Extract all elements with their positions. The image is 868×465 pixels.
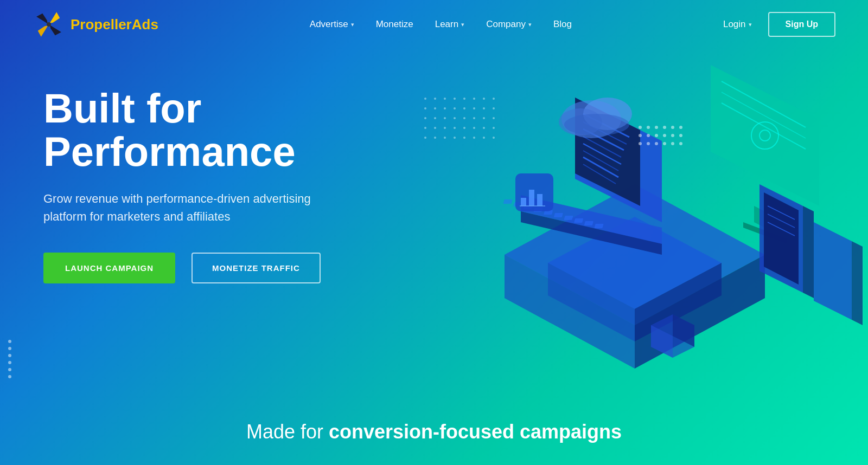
- chevron-down-icon: ▾: [749, 21, 752, 28]
- svg-point-63: [663, 126, 666, 129]
- svg-point-60: [639, 126, 642, 129]
- svg-point-70: [671, 134, 674, 137]
- logo-text: PropellerAds: [71, 16, 158, 33]
- svg-point-51: [564, 114, 629, 135]
- svg-point-64: [671, 126, 674, 129]
- svg-point-61: [647, 126, 650, 129]
- svg-point-62: [655, 126, 658, 129]
- logo[interactable]: PropellerAds: [33, 8, 158, 41]
- svg-point-0: [47, 22, 51, 27]
- svg-point-75: [663, 142, 666, 145]
- svg-rect-25: [564, 216, 573, 220]
- nav-link-blog[interactable]: Blog: [553, 19, 572, 30]
- hero-buttons: LAUNCH CAMPAIGN MONETIZE TRAFFIC: [43, 253, 321, 283]
- svg-point-68: [655, 134, 658, 137]
- chevron-down-icon: ▾: [461, 21, 464, 28]
- nav-links: Advertise ▾ Monetize Learn ▾ Company ▾: [310, 19, 572, 30]
- hero-content: Built for Performance Grow revenue with …: [43, 87, 321, 283]
- hero-subtitle: Grow revenue with performance-driven adv…: [43, 190, 321, 225]
- isometric-illustration: [418, 33, 868, 423]
- nav-link-monetize[interactable]: Monetize: [376, 19, 413, 30]
- nav-link-company[interactable]: Company ▾: [486, 19, 532, 30]
- hero-title: Built for Performance: [43, 87, 321, 173]
- hero-section: PropellerAds Advertise ▾ Monetize Learn …: [0, 0, 868, 465]
- signup-button[interactable]: Sign Up: [768, 12, 835, 37]
- svg-rect-27: [584, 221, 593, 225]
- svg-marker-44: [814, 222, 852, 320]
- svg-rect-24: [554, 213, 563, 217]
- svg-rect-26: [574, 218, 583, 223]
- svg-point-66: [639, 134, 642, 137]
- svg-point-76: [671, 142, 674, 145]
- svg-point-69: [663, 134, 666, 137]
- svg-point-74: [655, 142, 658, 145]
- svg-point-67: [647, 134, 650, 137]
- svg-rect-53: [521, 198, 526, 206]
- svg-point-73: [647, 142, 650, 145]
- svg-rect-28: [594, 224, 603, 228]
- svg-point-72: [639, 142, 642, 145]
- svg-point-77: [679, 142, 682, 145]
- launch-campaign-button[interactable]: LAUNCH CAMPAIGN: [43, 253, 175, 283]
- nav-link-advertise[interactable]: Advertise ▾: [310, 19, 354, 30]
- navbar: PropellerAds Advertise ▾ Monetize Learn …: [0, 0, 868, 49]
- nav-item-learn[interactable]: Learn ▾: [435, 19, 464, 30]
- nav-item-blog[interactable]: Blog: [553, 19, 572, 30]
- logo-icon: [33, 8, 65, 41]
- chevron-down-icon: ▾: [528, 21, 532, 28]
- svg-rect-54: [529, 190, 534, 206]
- nav-right: Login ▾ Sign Up: [723, 12, 835, 37]
- nav-item-monetize[interactable]: Monetize: [376, 19, 413, 30]
- monetize-traffic-button[interactable]: MONETIZE TRAFFIC: [192, 253, 321, 283]
- side-dots-decoration: [8, 340, 11, 378]
- svg-marker-38: [803, 206, 814, 298]
- svg-marker-45: [852, 241, 863, 325]
- login-button[interactable]: Login ▾: [723, 19, 752, 30]
- nav-item-company[interactable]: Company ▾: [486, 19, 532, 30]
- svg-marker-29: [711, 65, 819, 206]
- chevron-down-icon: ▾: [351, 21, 354, 28]
- svg-rect-55: [537, 194, 542, 206]
- svg-rect-19: [503, 199, 512, 204]
- bottom-tagline: Made for conversion-focused campaigns: [0, 421, 868, 443]
- nav-item-advertise[interactable]: Advertise ▾: [310, 19, 354, 30]
- svg-point-71: [679, 134, 682, 137]
- nav-link-learn[interactable]: Learn ▾: [435, 19, 464, 30]
- svg-point-65: [679, 126, 682, 129]
